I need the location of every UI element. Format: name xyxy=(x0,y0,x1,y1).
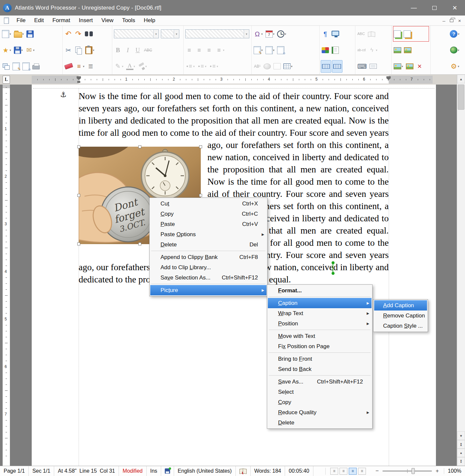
menu-tools[interactable]: Tools xyxy=(118,16,140,25)
maximize-button[interactable] xyxy=(424,0,445,16)
window-arrange-button[interactable] xyxy=(1,60,11,73)
selection-handle[interactable] xyxy=(199,145,202,148)
font-size-combo[interactable]: ▾ xyxy=(161,29,179,38)
menu-help[interactable]: Help xyxy=(139,16,160,25)
web-home-button[interactable]: ▾ xyxy=(449,44,460,56)
vertical-ruler-button[interactable] xyxy=(332,60,342,73)
selection-handle[interactable] xyxy=(77,145,80,148)
numbered-list-button[interactable]: ▾ xyxy=(197,60,208,73)
new-document-button[interactable]: ▾ xyxy=(1,28,12,40)
autocorrect-button[interactable]: ϟ▾ xyxy=(367,44,378,56)
print-layout-button[interactable] xyxy=(276,44,285,56)
page-break-button[interactable] xyxy=(272,60,282,73)
zoom-out-button[interactable]: − xyxy=(375,468,380,474)
document-icon[interactable] xyxy=(4,18,9,24)
insert-symbol-button[interactable]: Ω▾ xyxy=(253,28,264,40)
edit-document-button[interactable] xyxy=(12,60,21,73)
online-view-button[interactable]: ≡ xyxy=(340,468,347,475)
export-card-button[interactable] xyxy=(369,60,378,73)
browse-previous-button[interactable]: ▲▲ xyxy=(457,440,465,449)
save-as-button[interactable]: ▾ xyxy=(13,44,24,56)
font-name-combo[interactable]: ▾ xyxy=(114,29,159,38)
menu-item-bring-to-front[interactable]: Bring to Front xyxy=(268,354,372,364)
close-button[interactable]: ✕ xyxy=(445,0,465,16)
full-screen-button[interactable] xyxy=(331,28,340,40)
menu-edit[interactable]: Edit xyxy=(30,16,48,25)
menu-view[interactable]: View xyxy=(97,16,118,25)
scroll-up-button[interactable]: ▲ xyxy=(457,75,465,83)
line-spacing-button[interactable]: ≣ xyxy=(86,60,95,73)
menu-item-copy-picture[interactable]: Copy xyxy=(268,397,372,407)
bullet-list-button[interactable]: ▾ xyxy=(185,60,196,73)
font-color-button[interactable]: ▾ xyxy=(125,60,136,73)
copy-formatting-button[interactable]: ▾ xyxy=(253,44,264,56)
selection-handle[interactable] xyxy=(138,242,141,245)
highlighter-button[interactable]: ≡▾ xyxy=(74,60,86,73)
undo-button[interactable]: ↶ xyxy=(64,28,73,40)
menu-item-caption-style[interactable]: Caption Style ... xyxy=(374,321,427,331)
menu-item-reduce-quality[interactable]: Reduce Quality▶ xyxy=(268,407,372,418)
document-minimize-button[interactable]: – xyxy=(443,18,445,23)
justify-button[interactable]: ≡▾ xyxy=(214,44,226,56)
symbol-ball-button[interactable] xyxy=(263,60,272,73)
menu-item-send-to-back[interactable]: Send to Back xyxy=(268,364,372,374)
format-brush-button[interactable]: ▾ xyxy=(137,60,148,73)
save-button[interactable] xyxy=(25,28,35,40)
document-close-button[interactable]: × xyxy=(458,18,461,23)
options-button[interactable]: ⚙▾ xyxy=(449,60,460,73)
zoom-in-button[interactable]: + xyxy=(435,468,440,474)
menu-file[interactable]: File xyxy=(12,16,30,25)
specials-panel-button[interactable] xyxy=(403,28,412,40)
help-button[interactable]: ?▾ xyxy=(449,28,460,40)
mail-button[interactable]: ✉▾ xyxy=(24,44,36,56)
picture-frame-button[interactable] xyxy=(403,44,412,56)
menu-item-fix-position-on-page[interactable]: Fix Position on Page xyxy=(268,341,372,351)
menu-item-add-to-clip-library[interactable]: Add to Clip Library... xyxy=(150,262,267,273)
chevron-down-icon[interactable]: ▾ xyxy=(153,30,159,38)
menu-item-paste-options[interactable]: Paste Options▶ xyxy=(150,229,267,239)
insert-date-button[interactable]: 7▾ xyxy=(265,28,276,40)
tab-stop-selector[interactable]: L xyxy=(3,76,10,84)
redo-button[interactable]: ↷ xyxy=(74,28,83,40)
find-button[interactable] xyxy=(84,28,94,40)
menu-item-save-as[interactable]: Save As...Ctrl+Shift+Alt+F12 xyxy=(268,377,372,387)
style-combo[interactable]: ▾ xyxy=(185,29,249,38)
menu-item-position[interactable]: Position▶ xyxy=(268,318,372,329)
eraser-button[interactable] xyxy=(64,60,74,73)
zoom-slider-thumb[interactable] xyxy=(411,468,415,474)
bold-button[interactable]: B xyxy=(113,44,123,56)
formatting-marks-button[interactable]: ¶ xyxy=(321,28,330,40)
insert-time-button[interactable]: ▾ xyxy=(276,28,287,40)
align-center-button[interactable]: ≡ xyxy=(195,44,204,56)
menu-item-delete[interactable]: DeleteDel xyxy=(150,239,267,250)
page-view-button[interactable]: ≡ xyxy=(349,468,357,475)
menu-item-format[interactable]: Format... xyxy=(268,285,372,296)
hyphenation-button[interactable]: ab-cd xyxy=(356,44,367,56)
selection-handle[interactable] xyxy=(77,194,80,197)
picture-map-button[interactable] xyxy=(405,60,414,73)
menu-format[interactable]: Format xyxy=(48,16,75,25)
italic-button[interactable]: I xyxy=(123,44,132,56)
fullscreen-view-button[interactable]: ≡ xyxy=(358,468,366,475)
document-restore-button[interactable] xyxy=(450,19,453,22)
chevron-down-icon[interactable]: ▾ xyxy=(174,30,179,38)
menu-item-picture[interactable]: Picture▶ xyxy=(150,285,267,295)
picture-tools-button[interactable]: ▾ xyxy=(393,60,404,73)
print-button[interactable] xyxy=(31,60,41,73)
page-setup-button[interactable]: ▾ xyxy=(265,44,276,56)
minimize-button[interactable]: — xyxy=(404,0,424,16)
underline-button[interactable]: U xyxy=(133,44,142,56)
menu-item-delete-picture[interactable]: Delete xyxy=(268,418,372,428)
paste-button[interactable]: ▾ xyxy=(84,44,95,56)
selection-handle[interactable] xyxy=(77,242,80,245)
horizontal-ruler-button[interactable] xyxy=(321,60,331,73)
chevron-down-icon[interactable]: ▾ xyxy=(244,30,249,38)
menu-item-cut[interactable]: CutCtrl+X xyxy=(150,199,267,209)
clip-library-button[interactable] xyxy=(331,44,340,56)
delete-picture-button[interactable]: × xyxy=(415,60,424,73)
menu-item-save-selection-as[interactable]: Save Selection As...Ctrl+Shift+F12 xyxy=(150,273,267,283)
clippy-bank-panel-button[interactable] xyxy=(393,28,402,40)
draw-tool-button[interactable]: ✎▾ xyxy=(113,60,125,73)
keyboard-button[interactable]: ⌨ xyxy=(356,60,368,73)
menu-item-wrap-text[interactable]: Wrap Text▶ xyxy=(268,308,372,318)
